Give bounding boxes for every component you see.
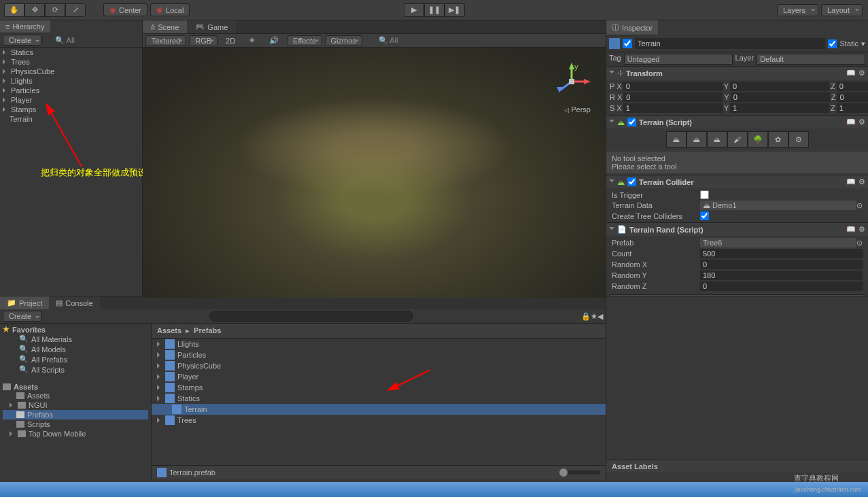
hierarchy-item-lights[interactable]: Llights [0, 76, 142, 86]
active-checkbox[interactable] [623, 39, 632, 48]
scene-viewport[interactable]: y ◁ Persp [143, 48, 606, 298]
pos-x-field[interactable] [623, 82, 723, 91]
paint-texture-tool[interactable]: 🖌 [727, 131, 748, 148]
paint-details-tool[interactable]: ✿ [768, 131, 788, 148]
gear-icon[interactable]: ⚙ [858, 69, 865, 78]
terrain-data-field[interactable]: ⛰ Demo1 [700, 201, 856, 210]
prefab-terrain[interactable]: Terrain [152, 404, 606, 415]
scale-z-field[interactable] [837, 103, 868, 113]
generate-button[interactable]: Generate [609, 294, 865, 296]
prefab-stamps[interactable]: Stamps [152, 382, 606, 393]
create-tree-checkbox[interactable] [700, 211, 709, 220]
layer-dropdown[interactable]: Default [757, 54, 865, 65]
play-button[interactable]: ▶ [404, 3, 424, 17]
project-tab[interactable]: 📁Project [0, 296, 49, 309]
prefab-statics[interactable]: Statics [152, 393, 606, 404]
breadcrumb-prefabs[interactable]: Prefabs [194, 326, 221, 335]
gameobject-name-field[interactable] [635, 38, 825, 49]
hierarchy-item-statics[interactable]: Statics [0, 48, 142, 57]
object-picker-icon[interactable]: ⊙ [856, 239, 863, 247]
smooth-tool[interactable]: ⛰ [707, 131, 727, 148]
randomz-field[interactable] [700, 281, 863, 291]
search-icon[interactable]: 🔍 All [55, 36, 75, 45]
scene-search-icon[interactable]: 🔍 All [379, 36, 398, 45]
audio-toggle[interactable]: 🔊 [264, 35, 284, 46]
scale-x-field[interactable] [623, 103, 723, 113]
layers-dropdown[interactable]: Layers [777, 4, 818, 16]
hierarchy-create-button[interactable]: Create [3, 35, 41, 46]
scale-tool[interactable]: ⤢ [65, 3, 86, 17]
folder-assets[interactable]: Assets [3, 391, 148, 400]
prefab-field[interactable]: Tree6 [700, 238, 856, 247]
tag-dropdown[interactable]: Untagged [624, 54, 733, 65]
2d-toggle[interactable]: 2D [220, 36, 241, 46]
object-picker-icon[interactable]: ⊙ [856, 201, 863, 210]
layout-dropdown[interactable]: Layout [821, 4, 863, 16]
console-tab[interactable]: ▤Console [49, 296, 99, 309]
hierarchy-tab[interactable]: ≡Hierarchy [0, 20, 50, 33]
favorites-header[interactable]: ★Favorites [3, 325, 148, 334]
prefab-trees[interactable]: Trees [152, 415, 606, 426]
raise-terrain-tool[interactable]: ⛰ [666, 131, 687, 148]
prefab-particles[interactable]: Particles [152, 349, 606, 360]
fav-all-models[interactable]: 🔍All Models [3, 344, 148, 354]
favorite-toggle-icon[interactable]: ★ [591, 312, 597, 321]
collapse-icon[interactable]: ◀ [597, 312, 603, 321]
terrain-enabled-checkbox[interactable] [627, 118, 636, 126]
prefab-player[interactable]: Player [152, 371, 606, 382]
help-icon[interactable]: 📖 [846, 69, 856, 78]
folder-scripts[interactable]: Scripts [3, 419, 148, 429]
terrain-settings-tool[interactable]: ⚙ [788, 131, 809, 148]
pause-button[interactable]: ❚❚ [424, 3, 445, 17]
collider-enabled-checkbox[interactable] [627, 177, 636, 186]
hierarchy-item-particles[interactable]: Particles [0, 86, 142, 95]
help-icon[interactable]: 📖 [846, 177, 856, 186]
gear-icon[interactable]: ⚙ [858, 118, 865, 126]
fav-all-materials[interactable]: 🔍All Materials [3, 334, 148, 344]
effects-dropdown[interactable]: Effects [287, 35, 322, 46]
step-button[interactable]: ▶❚ [445, 3, 465, 17]
prefab-physicscube[interactable]: PhysicsCube [152, 360, 606, 371]
hierarchy-item-physicscube[interactable]: PhysicsCube [0, 67, 142, 76]
windows-taskbar[interactable] [0, 482, 868, 497]
breadcrumb-assets[interactable]: Assets [157, 326, 181, 335]
pos-z-field[interactable] [837, 82, 868, 91]
scene-tab[interactable]: #Scene [143, 20, 187, 33]
move-tool[interactable]: ✥ [24, 3, 45, 17]
thumbnail-size-slider[interactable] [559, 470, 600, 475]
hierarchy-item-trees[interactable]: Trees [0, 57, 142, 67]
prefab-lights[interactable]: Llights [152, 339, 606, 349]
rot-y-field[interactable] [731, 92, 830, 102]
paint-height-tool[interactable]: ⛰ [687, 131, 707, 148]
scene-gizmo[interactable]: y [551, 61, 592, 102]
fav-all-scripts[interactable]: 🔍All Scripts [3, 364, 148, 375]
is-trigger-checkbox[interactable] [700, 190, 709, 199]
randomy-field[interactable] [700, 271, 863, 280]
lighting-toggle[interactable]: ☀ [243, 35, 261, 46]
fav-all-prefabs[interactable]: 🔍All Prefabs [3, 354, 148, 364]
gear-icon[interactable]: ⚙ [858, 225, 865, 234]
hand-tool[interactable]: ✋ [4, 3, 24, 17]
help-icon[interactable]: 📖 [846, 225, 856, 234]
static-checkbox[interactable] [828, 39, 837, 48]
folder-ngui[interactable]: NGUI [3, 400, 148, 410]
inspector-tab[interactable]: ⓘInspector [606, 20, 658, 35]
folder-prefabs[interactable]: Prefabs [3, 410, 148, 419]
rot-x-field[interactable] [623, 92, 723, 102]
filter-icon[interactable]: 🔒 [581, 312, 591, 321]
rot-z-field[interactable] [837, 92, 868, 102]
pos-y-field[interactable] [730, 82, 829, 91]
center-toggle[interactable]: ◉Center [103, 3, 147, 16]
project-create-button[interactable]: Create [3, 311, 41, 322]
folder-topdown[interactable]: Top Down Mobile [3, 429, 148, 439]
gizmos-dropdown[interactable]: Gizmos [325, 35, 362, 46]
scale-y-field[interactable] [730, 103, 829, 113]
assets-header[interactable]: Assets [3, 383, 148, 391]
game-tab[interactable]: 🎮Game [187, 20, 236, 33]
shading-dropdown[interactable]: Textured [145, 35, 186, 46]
rendermode-dropdown[interactable]: RGB [189, 35, 218, 46]
randomx-field[interactable] [700, 260, 863, 269]
perspective-label[interactable]: ◁ Persp [564, 105, 591, 114]
help-icon[interactable]: 📖 [846, 118, 856, 126]
local-toggle[interactable]: ◉Local [150, 3, 190, 16]
